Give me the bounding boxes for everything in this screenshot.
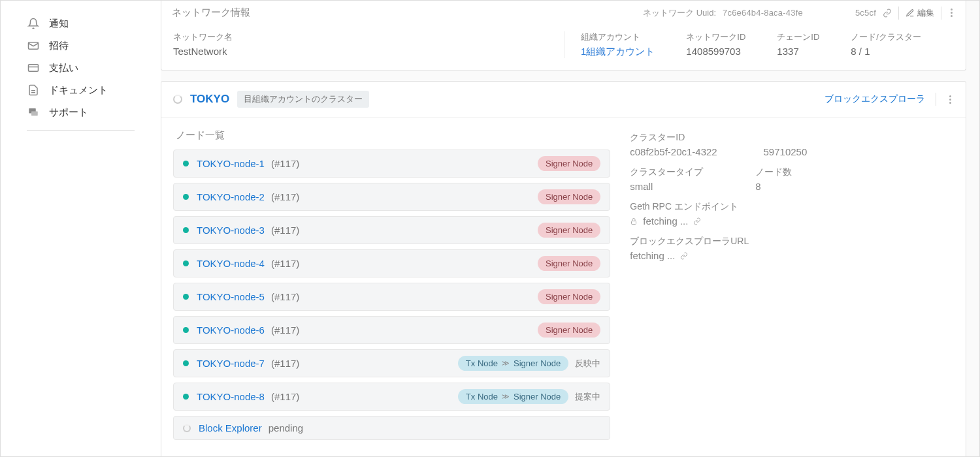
card-icon xyxy=(27,61,40,74)
signer-label: Signer Node xyxy=(514,358,561,368)
node-status: 反映中 xyxy=(575,358,600,370)
node-name[interactable]: TOKYO-node-7 xyxy=(197,358,265,369)
node-id: (#117) xyxy=(271,258,299,269)
signer-badge: Signer Node xyxy=(538,323,600,338)
cluster-owner-badge: 目組織アカウントのクラスター xyxy=(237,91,369,108)
mail-icon xyxy=(27,39,40,52)
edit-button[interactable]: 編集 xyxy=(906,7,934,19)
status-dot-icon xyxy=(183,294,189,300)
node-row[interactable]: TOKYO-node-5 (#117) Signer Node xyxy=(173,283,610,311)
network-id-value: 1408599703 xyxy=(686,46,745,57)
copy-icon[interactable] xyxy=(680,252,688,260)
cluster-id-label: クラスターID xyxy=(630,132,954,144)
node-id: (#117) xyxy=(271,324,299,336)
node-name[interactable]: TOKYO-node-5 xyxy=(197,291,265,302)
copy-icon[interactable] xyxy=(883,8,892,18)
sidebar-item-document[interactable]: ドキュメント xyxy=(27,79,161,101)
status-dot-icon xyxy=(183,394,189,400)
divider xyxy=(941,7,941,20)
copy-icon[interactable] xyxy=(693,217,701,225)
node-row[interactable]: TOKYO-node-4 (#117) Signer Node xyxy=(173,249,610,277)
node-row[interactable]: TOKYO-node-1 (#117) Signer Node xyxy=(173,150,610,178)
node-row[interactable]: TOKYO-node-6 (#117) Signer Node xyxy=(173,316,610,344)
status-dot-icon xyxy=(183,260,189,266)
cluster-panel: TOKYO 目組織アカウントのクラスター ブロックエクスプローラ ノード一覧 T… xyxy=(161,81,966,456)
uuid-label: ネットワーク Uuid: xyxy=(643,7,716,19)
node-count-label: ノード数 xyxy=(755,166,792,178)
sidebar-item-payment[interactable]: 支払い xyxy=(27,57,161,79)
sidebar-divider xyxy=(27,130,135,131)
signer-badge: Signer Node xyxy=(538,156,600,171)
block-explorer-name[interactable]: Block Explorer xyxy=(199,422,262,433)
uuid-value: 7c6e64b4-8aca-43fe 5c5cf xyxy=(723,8,876,18)
block-explorer-link[interactable]: ブロックエクスプローラ xyxy=(825,93,925,105)
node-status: 提案中 xyxy=(575,391,600,403)
pencil-icon xyxy=(906,8,915,18)
node-count-value: 8 xyxy=(755,181,792,192)
arrow-icon: ≫ xyxy=(502,392,510,401)
node-row[interactable]: TOKYO-node-8 (#117) Tx Node ≫ Signer Nod… xyxy=(173,383,610,411)
sidebar-item-label: ドキュメント xyxy=(49,84,108,97)
loading-spinner-icon xyxy=(173,95,182,104)
svg-rect-1 xyxy=(29,65,39,72)
node-id: (#117) xyxy=(271,358,299,369)
signer-badge: Signer Node xyxy=(538,189,600,204)
node-name[interactable]: TOKYO-node-1 xyxy=(197,158,265,169)
block-explorer-row[interactable]: Block Explorer pending xyxy=(173,416,610,440)
sidebar-item-support[interactable]: サポート xyxy=(27,101,161,123)
node-name[interactable]: TOKYO-node-2 xyxy=(197,191,265,202)
signer-badge: Signer Node xyxy=(538,256,600,271)
node-cluster-label: ノード/クラスター xyxy=(851,31,921,43)
node-id: (#117) xyxy=(271,191,299,202)
cluster-name[interactable]: TOKYO xyxy=(190,93,229,106)
svg-rect-6 xyxy=(31,112,38,116)
cluster-more-menu[interactable] xyxy=(947,93,954,106)
network-info-panel: ネットワーク情報 ネットワーク Uuid: 7c6e64b4-8aca-43fe… xyxy=(161,1,966,71)
network-info-title: ネットワーク情報 xyxy=(172,7,250,19)
node-name[interactable]: TOKYO-node-3 xyxy=(197,225,265,236)
sidebar-item-invite[interactable]: 招待 xyxy=(27,35,161,57)
svg-rect-7 xyxy=(632,221,636,224)
node-id: (#117) xyxy=(271,158,299,169)
sidebar-item-label: 招待 xyxy=(49,40,69,52)
rpc-endpoint-value: fetching ... xyxy=(643,215,688,227)
transition-badge: Tx Node ≫ Signer Node xyxy=(458,356,568,371)
signer-badge: Signer Node xyxy=(538,289,600,304)
node-cluster-block: ノード/クラスター 8 / 1 xyxy=(851,31,921,58)
node-row[interactable]: TOKYO-node-7 (#117) Tx Node ≫ Signer Nod… xyxy=(173,349,610,377)
block-explorer-status: pending xyxy=(269,422,303,433)
chain-id-block: チェーンID 1337 xyxy=(777,31,819,58)
network-id-block: ネットワークID 1408599703 xyxy=(686,31,745,58)
status-dot-icon xyxy=(183,327,189,333)
node-name[interactable]: TOKYO-node-4 xyxy=(197,258,265,269)
document-icon xyxy=(27,84,40,97)
node-id: (#117) xyxy=(271,391,299,402)
signer-label: Signer Node xyxy=(514,392,561,402)
network-name-label: ネットワーク名 xyxy=(173,31,564,43)
tx-label: Tx Node xyxy=(466,392,498,402)
main-content: ネットワーク情報 ネットワーク Uuid: 7c6e64b4-8aca-43fe… xyxy=(161,1,979,456)
node-row[interactable]: TOKYO-node-3 (#117) Signer Node xyxy=(173,216,610,244)
nodes-list-title: ノード一覧 xyxy=(173,129,610,142)
status-dot-icon xyxy=(183,227,189,233)
sidebar-item-notifications[interactable]: 通知 xyxy=(27,12,161,35)
network-name-value: TestNetwork xyxy=(173,46,564,57)
network-name-block: ネットワーク名 TestNetwork xyxy=(173,31,564,57)
more-menu-button[interactable] xyxy=(948,6,955,20)
divider xyxy=(898,7,899,20)
network-id-label: ネットワークID xyxy=(686,31,745,43)
divider xyxy=(936,93,936,106)
node-name[interactable]: TOKYO-node-8 xyxy=(197,391,265,402)
status-dot-icon xyxy=(183,360,189,366)
sidebar-item-label: サポート xyxy=(49,106,88,119)
node-row[interactable]: TOKYO-node-2 (#117) Signer Node xyxy=(173,183,610,211)
org-account-link[interactable]: 1組織アカウント xyxy=(581,46,655,58)
org-account-block: 組織アカウント 1組織アカウント xyxy=(581,31,655,58)
block-explorer-url-value: fetching ... xyxy=(630,250,675,261)
chain-id-value: 1337 xyxy=(777,46,819,57)
node-name[interactable]: TOKYO-node-6 xyxy=(197,324,265,336)
node-id: (#117) xyxy=(271,225,299,236)
block-explorer-url-label: ブロックエクスプローラURL xyxy=(630,236,954,247)
bell-icon xyxy=(27,17,40,30)
cluster-type-label: クラスタータイプ xyxy=(630,166,703,178)
